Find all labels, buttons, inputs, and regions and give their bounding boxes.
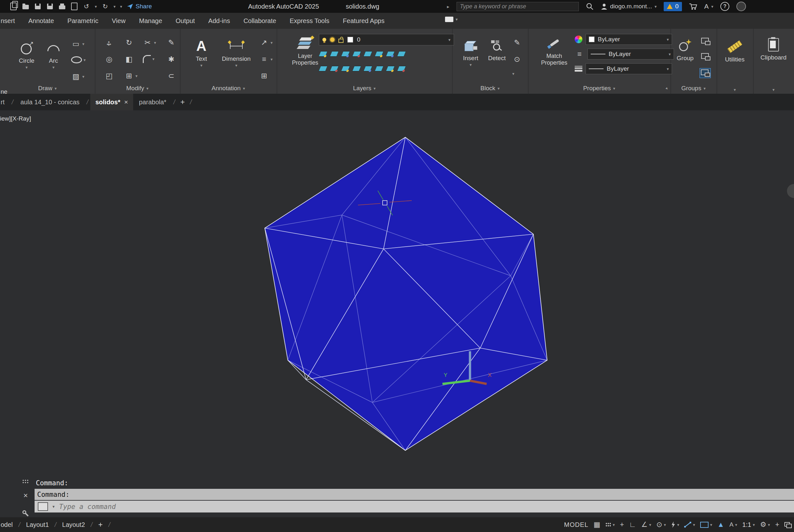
search-input[interactable]: Type a keyword or phrase [457, 2, 579, 11]
sheet-set-icon[interactable] [70, 2, 78, 11]
panel-label-annotation[interactable]: Annotation▾ [180, 85, 277, 92]
search-expand-icon[interactable]: ▸ [447, 4, 449, 9]
share-button[interactable]: Share [127, 3, 152, 10]
tab-add-ins[interactable]: Add-ins [202, 13, 237, 29]
command-prompt-icon[interactable] [38, 502, 48, 511]
leader-tool[interactable]: ↗▾ [259, 38, 273, 47]
plot-icon[interactable] [58, 2, 66, 11]
block-edit-tool[interactable]: ✎ [512, 38, 522, 47]
layer-properties-tool[interactable]: Layer Properties [286, 35, 324, 66]
block-more-tool[interactable]: ▾ [512, 72, 515, 76]
explode-tool[interactable]: ✱ [166, 55, 176, 64]
layout1-tab[interactable]: Layout1 [26, 521, 49, 529]
panel-label-utilities[interactable]: ▾ [717, 88, 753, 92]
layer-state-icon[interactable] [341, 51, 350, 57]
layer-state-icon[interactable] [397, 66, 406, 71]
tab-manage[interactable]: Manage [132, 13, 169, 29]
layer-state-icon[interactable] [318, 66, 328, 71]
drawing-canvas[interactable] [0, 110, 794, 532]
ortho-toggle[interactable]: ∟ [629, 520, 636, 529]
command-recent-caret-icon[interactable]: ▾ [53, 505, 55, 509]
health-alert-badge[interactable]: 0 [664, 2, 682, 11]
tab-annotate[interactable]: Annotate [21, 13, 60, 29]
user-account-menu[interactable]: diogo.m.mont... ▾ [601, 3, 657, 10]
new-tab-button[interactable]: + [177, 98, 188, 107]
detect-tool[interactable]: Detect [485, 37, 509, 62]
layer-state-icon[interactable] [374, 51, 384, 57]
model-tab[interactable]: odel [1, 521, 13, 529]
rotate-tool[interactable]: ↻ [124, 38, 134, 47]
tab-insert[interactable]: nsert [0, 13, 21, 29]
color-wheel-icon[interactable] [575, 36, 583, 43]
panel-label-modify[interactable]: Modify▾ [95, 85, 180, 92]
table-tool[interactable]: ⊞ [259, 72, 269, 80]
polar-tracking-toggle[interactable]: ∠▾ [641, 520, 651, 529]
tab-collaborate[interactable]: Collaborate [237, 13, 283, 29]
layer-control-dropdown[interactable]: 0 ▾ [319, 34, 454, 45]
ellipse-tool[interactable]: ▾ [71, 56, 86, 63]
ribbon-display-button[interactable]: ▾ [445, 17, 458, 22]
dynamic-input-toggle[interactable]: ▾ [700, 522, 712, 528]
redo-button[interactable]: ↻ [101, 2, 109, 11]
command-customize-button[interactable] [19, 510, 32, 517]
match-properties-tool[interactable]: Match Properties [536, 35, 572, 66]
offset-tool[interactable]: ◎ [104, 55, 114, 64]
command-input[interactable]: Type a command [59, 503, 116, 511]
rectangle-tool[interactable]: ▭▾ [71, 40, 85, 48]
model-space-toggle[interactable]: MODEL [564, 521, 589, 529]
command-close-button[interactable]: × [19, 491, 32, 500]
command-input-row[interactable]: ▾ Type a command [35, 501, 794, 512]
undo-dropdown-icon[interactable]: ▾ [95, 4, 97, 8]
hatch-tool[interactable]: ▨▾ [71, 72, 85, 81]
utilities-tool[interactable]: Utilities [720, 38, 749, 63]
multileader-tool[interactable]: ≡▾ [259, 55, 273, 64]
annotation-scale-control[interactable]: 1:1▾ [742, 521, 755, 529]
panel-label-groups[interactable]: Groups▾ [670, 85, 717, 92]
group-edit-tool[interactable] [700, 69, 710, 78]
object-snap-tracking-toggle[interactable]: ▾ [671, 521, 679, 528]
layer-state-icon[interactable] [397, 51, 406, 57]
grid-toggle[interactable]: ▦ [594, 520, 600, 529]
snap-toggle[interactable]: ▾ [605, 522, 615, 527]
isolate-objects-toggle[interactable] [784, 522, 791, 527]
block-attributes-tool[interactable]: ⊙ [512, 55, 522, 64]
layer-state-icon[interactable] [363, 66, 373, 71]
layout2-tab[interactable]: Layout2 [62, 521, 85, 529]
panel-label-layers[interactable]: Layers▾ [277, 85, 452, 92]
scale-tool[interactable]: ◰ [104, 72, 114, 80]
panel-label-block[interactable]: Block▾ [452, 85, 528, 92]
file-tab-start[interactable]: rt [0, 94, 10, 110]
dimension-tool[interactable]: Dimension ▾ [218, 38, 255, 68]
tab-express-tools[interactable]: Express Tools [283, 13, 336, 29]
layer-state-icon[interactable] [341, 66, 350, 71]
layer-state-icon[interactable] [330, 51, 339, 57]
layer-state-icon[interactable] [386, 51, 395, 57]
workspace-switching-control[interactable]: ⚙▾ [760, 520, 770, 529]
object-color-dropdown[interactable]: ByLayer▾ [586, 34, 672, 45]
layer-state-icon[interactable] [352, 66, 362, 71]
customize-toolbar-icon[interactable]: ▾ [120, 4, 122, 8]
tab-view[interactable]: View [105, 13, 132, 29]
apps-menu-icon[interactable] [736, 2, 746, 11]
isodraft-toggle[interactable]: ⊙▾ [656, 520, 666, 529]
array-tool[interactable]: ⊞▾ [124, 72, 138, 80]
new-layout-button[interactable]: + [98, 520, 103, 529]
autodesk-assistant-menu[interactable]: A ▾ [704, 3, 714, 10]
annotation-monitor-toggle[interactable]: + [775, 520, 779, 529]
layer-state-icon[interactable] [374, 66, 384, 71]
group-tool[interactable]: Group [673, 37, 697, 62]
circle-tool[interactable]: ↗ Circle ▾ [12, 40, 41, 70]
panel-label-properties[interactable]: Properties▾ [528, 85, 670, 92]
object-snap-toggle[interactable]: ▾ [684, 522, 695, 528]
file-tab-solidos[interactable]: solidos* × [90, 94, 133, 110]
group-create-tool[interactable] [701, 38, 709, 43]
panel-label-draw[interactable]: Draw▾ [0, 85, 95, 92]
close-tab-icon[interactable]: × [124, 98, 128, 106]
viewport-controls[interactable]: iew][X-Ray] [0, 115, 31, 122]
redo-dropdown-icon[interactable]: ▾ [114, 4, 116, 8]
file-tab-conicas[interactable]: aula 14_10 - conicas [15, 94, 85, 110]
linetype-dropdown[interactable]: ByLayer▾ [588, 49, 674, 59]
tab-output[interactable]: Output [169, 13, 202, 29]
insert-tool[interactable]: Insert ▾ [459, 37, 483, 67]
command-drag-handle[interactable] [19, 479, 32, 483]
